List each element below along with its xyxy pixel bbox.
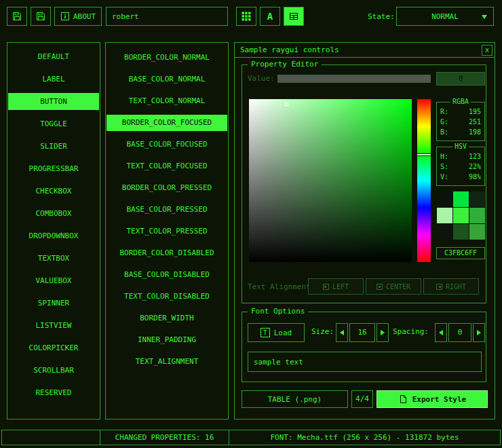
about-button[interactable]: ABOUT	[54, 7, 102, 26]
size-value-box[interactable]: 16	[349, 323, 375, 342]
controls-list-item[interactable]: SPINNER	[8, 295, 99, 312]
style-name-input[interactable]	[106, 7, 228, 26]
state-dropdown[interactable]: NORMAL	[396, 7, 494, 26]
controls-list-item[interactable]: LISTVIEW	[8, 317, 99, 334]
properties-list-item[interactable]: BORDER_COLOR_PRESSED	[107, 180, 227, 196]
palette-color-swatch[interactable]	[437, 191, 452, 207]
info-icon	[60, 12, 70, 21]
state-label: State:	[368, 12, 395, 21]
export-format-button[interactable]: TABLE (.png)	[242, 390, 348, 408]
floppy-icon	[35, 11, 46, 22]
align-center-button[interactable]: CENTER	[366, 278, 421, 295]
arrow-left-icon	[439, 330, 443, 335]
align-right-button[interactable]: RIGHT	[423, 278, 479, 295]
controls-list-item[interactable]: RESERVED	[8, 384, 99, 401]
controls-list-item[interactable]: PROGRESSBAR	[8, 160, 99, 177]
palette-color-swatch[interactable]	[437, 224, 452, 240]
controls-list-item[interactable]: CHECKBOX	[8, 183, 99, 200]
palette-color-swatch[interactable]	[453, 191, 469, 207]
hsv-v-row: V: 98%	[440, 172, 481, 182]
spacing-value-box[interactable]: 0	[448, 323, 471, 342]
controls-list-item[interactable]: COMBOBOX	[8, 205, 99, 222]
color-panel[interactable]	[249, 99, 412, 262]
grid-view-button[interactable]	[236, 7, 256, 26]
controls-list-item[interactable]: TOGGLE	[8, 115, 99, 132]
state-value: NORMAL	[431, 12, 459, 21]
properties-list-item[interactable]: BORDER_COLOR_NORMAL	[107, 50, 227, 66]
palette-color-swatch[interactable]	[453, 224, 469, 240]
properties-list-item[interactable]: BORDER_COLOR_DISABLED	[107, 245, 227, 261]
palette-color-swatch[interactable]	[437, 208, 452, 223]
palette-color-swatch[interactable]	[469, 224, 485, 240]
properties-list-item[interactable]: TEXT_COLOR_PRESSED	[107, 223, 227, 240]
properties-list-item[interactable]: BORDER_COLOR_FOCUSED	[107, 115, 227, 131]
controls-list-item[interactable]: BUTTON	[8, 93, 99, 110]
palette-color-swatch[interactable]	[469, 208, 485, 223]
properties-list-item[interactable]: TEXT_COLOR_NORMAL	[107, 93, 227, 109]
hsv-group: HSV H: 123 S: 22% V: 98%	[436, 147, 485, 186]
align-right-icon	[436, 284, 442, 290]
rguistyler-app: ABOUT A State: NORMAL DEFAULTLABELBUTTON…	[0, 0, 502, 448]
properties-list-item[interactable]: BASE_COLOR_DISABLED	[107, 267, 227, 283]
save-style-as-button[interactable]	[31, 7, 51, 26]
rgba-g-value: 251	[469, 117, 481, 127]
letter-a-icon: A	[267, 11, 273, 22]
value-slider[interactable]	[277, 75, 431, 83]
size-decrease-button[interactable]	[336, 323, 348, 342]
close-button[interactable]: x	[482, 45, 493, 56]
controls-list-item[interactable]: TEXTBOX	[8, 250, 99, 267]
hsv-v-value: 98%	[469, 172, 481, 182]
size-label: Size:	[311, 327, 334, 336]
properties-list-item[interactable]: BASE_COLOR_PRESSED	[107, 202, 227, 218]
save-style-button[interactable]	[7, 7, 27, 26]
properties-list-item[interactable]: BASE_COLOR_FOCUSED	[107, 136, 227, 153]
properties-list-item[interactable]: TEXT_COLOR_FOCUSED	[107, 158, 227, 174]
hex-value-box[interactable]: C3FBC6FF	[436, 247, 485, 259]
rgba-group: RGBA R: 195 G: 251 B: 198	[436, 102, 485, 141]
hsv-s-value: 22%	[469, 162, 481, 172]
floppy-icon	[12, 11, 22, 22]
controls-list-item[interactable]: SCROLLBAR	[8, 362, 99, 379]
controls-list-item[interactable]: DROPDOWNBOX	[8, 227, 99, 244]
spacing-decrease-button[interactable]	[435, 323, 447, 342]
font-options-group: Font Options T Load Size: 16 Spacing: 0	[242, 312, 486, 382]
rgba-r-row: R: 195	[440, 107, 481, 117]
export-style-button[interactable]: Export Style	[376, 390, 488, 408]
hsv-h-row: H: 123	[440, 151, 481, 162]
window-titlebar: Sample raygui controls x	[235, 43, 495, 58]
export-file-icon	[398, 394, 408, 404]
spacing-increase-button[interactable]	[473, 323, 485, 342]
controls-list-item[interactable]: VALUEBOX	[8, 272, 99, 289]
properties-list-item[interactable]: TEXT_COLOR_DISABLED	[107, 288, 227, 305]
hue-slider[interactable]	[417, 99, 431, 262]
properties-list-item[interactable]: TEXT_ALIGNMENT	[107, 354, 227, 370]
sample-text-input[interactable]	[248, 352, 482, 372]
controls-list-item[interactable]: COLORPICKER	[8, 339, 99, 356]
rgba-b-row: B: 198	[440, 127, 481, 137]
rgba-b-value: 198	[469, 127, 481, 137]
window-title: Sample raygui controls	[240, 45, 339, 54]
align-left-button[interactable]: LEFT	[308, 278, 364, 295]
table-view-button[interactable]	[284, 7, 304, 26]
properties-list-item[interactable]: BASE_COLOR_NORMAL	[107, 71, 227, 88]
controls-list-item[interactable]: LABEL	[8, 71, 99, 88]
property-editor-label: Property Editor	[248, 60, 322, 69]
value-box[interactable]: 0	[436, 72, 485, 86]
font-load-button[interactable]: T Load	[248, 323, 305, 342]
arrow-right-icon	[477, 330, 481, 335]
size-increase-button[interactable]	[376, 323, 389, 342]
font-view-button[interactable]: A	[260, 7, 280, 26]
properties-list-item[interactable]: BORDER_WIDTH	[107, 310, 227, 326]
hsv-label: HSV	[452, 143, 469, 150]
picker-cursor	[285, 102, 288, 106]
properties-list-item[interactable]: INNER_PADDING	[107, 332, 227, 348]
palette-color-swatch[interactable]	[469, 191, 485, 207]
font-t-icon: T	[260, 328, 270, 337]
align-center-icon	[376, 284, 383, 290]
about-label: ABOUT	[73, 12, 96, 21]
controls-list-item[interactable]: DEFAULT	[8, 48, 99, 65]
status-left-box	[1, 430, 100, 445]
palette-color-swatch[interactable]	[453, 208, 469, 223]
controls-list-item[interactable]: SLIDER	[8, 138, 99, 155]
properties-list: BORDER_COLOR_NORMALBASE_COLOR_NORMALTEXT…	[105, 42, 229, 419]
